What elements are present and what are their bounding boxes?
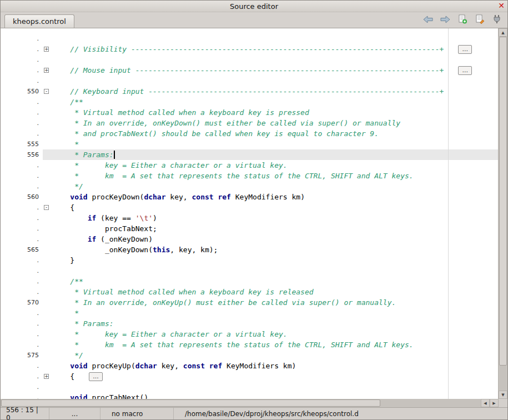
code-line[interactable]: . [1, 382, 498, 392]
code-line[interactable]: . void procKeyUp(dchar key, const ref Ke… [1, 361, 498, 371]
scroll-up-button[interactable]: ▲ [499, 28, 507, 37]
code-text[interactable]: {... [53, 371, 498, 382]
vertical-scrollbar-thumb[interactable] [499, 37, 507, 366]
code-text[interactable]: */ [53, 350, 498, 361]
code-text[interactable] [53, 266, 498, 276]
code-text[interactable]: * km = A set that represents the status … [53, 339, 498, 350]
scroll-left-button[interactable]: ◀ [481, 399, 490, 407]
horizontal-scrollbar-thumb[interactable] [1, 399, 380, 407]
code-line[interactable]: . * Params: [1, 318, 498, 329]
fold-expand-icon[interactable]: + [44, 374, 49, 379]
code-line[interactable]: . [1, 54, 498, 65]
code-line[interactable]: . * and procTabNext() should be called w… [1, 128, 498, 139]
code-token [53, 193, 70, 201]
code-line[interactable]: . if (key == '\t') [1, 213, 498, 223]
scroll-down-button[interactable]: ▼ [499, 391, 507, 399]
code-line[interactable]: . procTabNext; [1, 223, 498, 234]
code-text[interactable]: * In an override, onKeyUp() must either … [53, 297, 498, 308]
code-text[interactable]: * km = A set that represents the status … [53, 171, 498, 181]
code-line[interactable]: . [1, 266, 498, 276]
fold-ellipsis-button[interactable]: ... [89, 372, 103, 381]
fold-ellipsis-button[interactable]: ... [458, 45, 472, 54]
code-text[interactable]: * Virtual method called when a keyboard … [53, 107, 498, 118]
code-line[interactable]: .+ {... [1, 371, 498, 382]
code-line[interactable]: . /** [1, 97, 498, 107]
code-line[interactable]: 555 * [1, 139, 498, 149]
close-button[interactable]: ✕ [498, 1, 505, 11]
title-bar: Source editor ✕ [1, 1, 507, 12]
code-line[interactable]: 556 * Params: [1, 149, 498, 160]
code-line[interactable]: 560 void procKeyDown(dchar key, const re… [1, 192, 498, 202]
code-text[interactable]: * In an override, onKeyDown() must eithe… [53, 118, 498, 128]
code-text[interactable]: { [53, 202, 498, 213]
code-text[interactable]: * Params: [53, 318, 498, 329]
navigate-forward-button[interactable] [439, 14, 451, 26]
code-text[interactable]: * key = Either a character or a virtual … [53, 329, 498, 339]
code-text[interactable]: */ [53, 181, 498, 192]
horizontal-scrollbar-track[interactable] [1, 399, 481, 407]
code-text[interactable]: * Virtual method called when a keyboard … [53, 287, 498, 297]
code-text[interactable]: } [53, 255, 498, 266]
code-text[interactable]: // Mouse input -------------------------… [53, 65, 498, 76]
code-text[interactable]: /** [53, 97, 498, 107]
code-text[interactable]: * and procTabNext() should be called whe… [53, 128, 498, 139]
scroll-right-button[interactable]: ▶ [490, 399, 499, 407]
code-line[interactable]: . } [1, 255, 498, 266]
fold-ellipsis-button[interactable]: ... [458, 66, 472, 75]
fold-column [43, 297, 53, 308]
code-line[interactable]: . if (_onKeyDown) [1, 234, 498, 244]
code-text[interactable] [53, 382, 498, 392]
code-line[interactable]: . * km = A set that represents the statu… [1, 339, 498, 350]
code-line[interactable]: .+ // Mouse input ----------------------… [1, 65, 498, 76]
code-line[interactable]: . * km = A set that represents the statu… [1, 171, 498, 181]
code-line[interactable]: 550- // Keyboard input -----------------… [1, 86, 498, 97]
code-line[interactable]: .+ // Visibility -----------------------… [1, 44, 498, 54]
code-line[interactable]: . * key = Either a character or a virtua… [1, 160, 498, 171]
code-line[interactable]: . void procTabNext() [1, 392, 498, 399]
code-line[interactable]: . [1, 33, 498, 44]
code-text[interactable]: /** [53, 276, 498, 287]
code-line[interactable]: . * Virtual method called when a keyboar… [1, 287, 498, 297]
fold-collapse-icon[interactable]: - [44, 205, 49, 210]
horizontal-scrollbar[interactable]: ◀ ▶ [1, 399, 499, 407]
modified-document-button[interactable] [474, 14, 486, 26]
code-line[interactable]: 565 _onKeyDown(this, key, km); [1, 244, 498, 255]
code-text[interactable]: _onKeyDown(this, key, km); [53, 244, 498, 255]
tab-kheops-control[interactable]: kheops.control [4, 14, 74, 28]
code-text[interactable]: // Keyboard input ----------------------… [53, 86, 498, 97]
vertical-scrollbar-track[interactable] [499, 37, 507, 391]
navigate-back-button[interactable] [422, 14, 434, 26]
code-text[interactable] [53, 54, 498, 65]
code-text[interactable]: if (_onKeyDown) [53, 234, 498, 244]
code-editor[interactable]: ..+ // Visibility ----------------------… [1, 28, 498, 399]
fold-expand-icon[interactable]: + [44, 68, 49, 73]
code-text[interactable]: procTabNext; [53, 223, 498, 234]
code-token: , key, km); [170, 246, 218, 254]
code-text[interactable]: * [53, 139, 498, 149]
code-line[interactable]: . */ [1, 181, 498, 192]
code-text[interactable]: * Params: [53, 149, 498, 160]
code-line[interactable]: .- { [1, 202, 498, 213]
code-text[interactable] [53, 76, 498, 86]
code-text[interactable]: * [53, 308, 498, 318]
new-document-button[interactable] [456, 14, 469, 26]
code-line[interactable]: . [1, 76, 498, 86]
vertical-scrollbar[interactable]: ▲ ▼ [498, 28, 507, 399]
code-text[interactable]: void procTabNext() [53, 392, 498, 399]
code-text[interactable]: if (key == '\t') [53, 213, 498, 223]
code-line[interactable]: . * In an override, onKeyDown() must eit… [1, 118, 498, 128]
detach-editor-button[interactable] [491, 14, 503, 26]
code-line[interactable]: 570 * In an override, onKeyUp() must eit… [1, 297, 498, 308]
code-line[interactable]: . * [1, 308, 498, 318]
code-text[interactable]: // Visibility --------------------------… [53, 44, 498, 54]
code-line[interactable]: . * key = Either a character or a virtua… [1, 329, 498, 339]
code-text[interactable]: void procKeyDown(dchar key, const ref Ke… [53, 192, 498, 202]
code-text[interactable]: * key = Either a character or a virtual … [53, 160, 498, 171]
fold-expand-icon[interactable]: + [44, 47, 49, 52]
code-line[interactable]: . * Virtual method called when a keyboar… [1, 107, 498, 118]
code-text[interactable] [53, 33, 498, 44]
fold-collapse-icon[interactable]: - [44, 89, 49, 94]
code-line[interactable]: . /** [1, 276, 498, 287]
code-line[interactable]: 575 */ [1, 350, 498, 361]
code-text[interactable]: void procKeyUp(dchar key, const ref KeyM… [53, 361, 498, 371]
